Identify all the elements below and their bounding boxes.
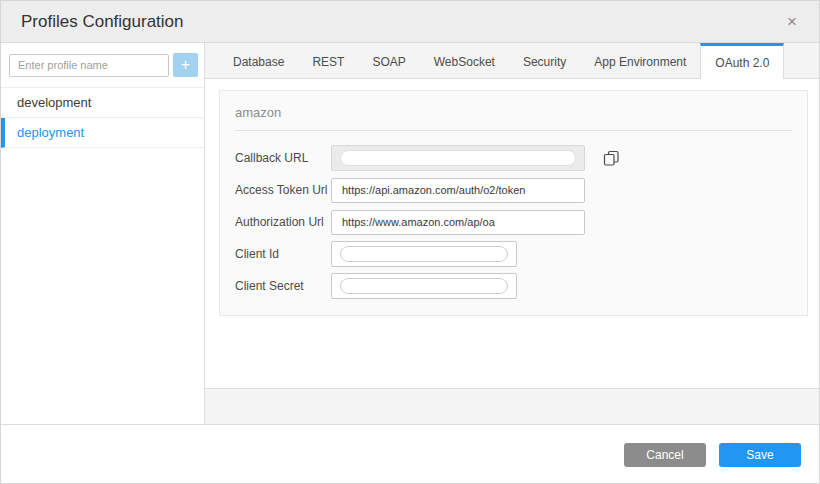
tab-oauth-2-0[interactable]: OAuth 2.0 <box>700 43 784 79</box>
callback-url-label: Callback URL <box>235 151 331 165</box>
dialog-footer: Cancel Save <box>1 425 819 484</box>
profiles-sidebar: + development deployment <box>1 43 205 424</box>
profile-item-development[interactable]: development <box>1 88 204 118</box>
redacted-value-pill <box>340 150 576 166</box>
panel-footer-strip <box>205 388 819 424</box>
profile-list: development deployment <box>1 87 204 148</box>
dialog-body: + development deployment Database REST S… <box>1 43 819 425</box>
tab-security[interactable]: Security <box>509 43 580 78</box>
amazon-section: amazon Callback URL <box>219 90 808 316</box>
close-icon[interactable]: × <box>783 11 801 32</box>
client-secret-input[interactable] <box>331 273 517 299</box>
tab-soap[interactable]: SOAP <box>358 43 419 78</box>
tab-content-oauth: amazon Callback URL <box>205 79 819 388</box>
dialog-header: Profiles Configuration × <box>1 1 819 43</box>
authorization-url-label: Authorization Url <box>235 215 331 229</box>
profile-name-input[interactable] <box>9 54 169 77</box>
tab-bar: Database REST SOAP WebSocket Security Ap… <box>205 43 819 79</box>
field-row-client-id: Client Id <box>235 241 792 267</box>
field-row-callback-url: Callback URL <box>235 145 792 171</box>
profile-item-deployment[interactable]: deployment <box>1 118 204 148</box>
access-token-url-input[interactable] <box>331 178 585 203</box>
profile-add-row: + <box>1 43 204 87</box>
tab-database[interactable]: Database <box>219 43 298 78</box>
add-profile-button[interactable]: + <box>173 53 198 77</box>
client-secret-label: Client Secret <box>235 279 331 293</box>
tab-websocket[interactable]: WebSocket <box>420 43 509 78</box>
profiles-configuration-dialog: Profiles Configuration × + development d… <box>0 0 820 484</box>
callback-url-input <box>331 145 585 171</box>
field-row-authorization-url: Authorization Url <box>235 209 792 235</box>
authorization-url-input[interactable] <box>331 210 585 235</box>
dialog-title: Profiles Configuration <box>21 12 783 32</box>
cancel-button[interactable]: Cancel <box>624 443 706 467</box>
access-token-url-label: Access Token Url <box>235 183 331 197</box>
redacted-value-pill <box>340 278 508 294</box>
client-id-input[interactable] <box>331 241 517 267</box>
main-panel: Database REST SOAP WebSocket Security Ap… <box>205 43 819 424</box>
redacted-value-pill <box>340 246 508 262</box>
field-row-client-secret: Client Secret <box>235 273 792 299</box>
copy-icon[interactable] <box>603 150 620 167</box>
field-row-access-token-url: Access Token Url <box>235 177 792 203</box>
client-id-label: Client Id <box>235 247 331 261</box>
save-button[interactable]: Save <box>719 443 801 467</box>
tab-rest[interactable]: REST <box>298 43 358 78</box>
section-title: amazon <box>235 103 792 131</box>
tab-app-environment[interactable]: App Environment <box>580 43 700 78</box>
